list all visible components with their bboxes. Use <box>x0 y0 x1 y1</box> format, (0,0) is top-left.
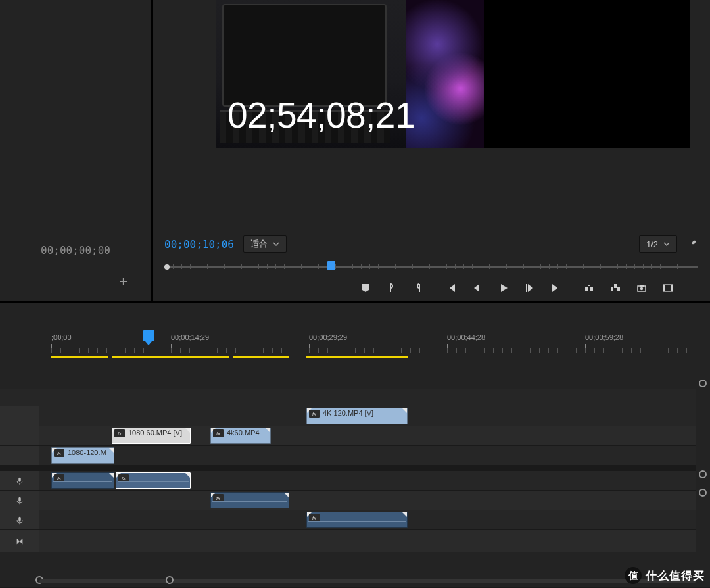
mark-out-icon[interactable] <box>412 282 424 294</box>
svg-rect-9 <box>663 285 665 291</box>
resolution-label: 1/2 <box>646 239 658 249</box>
clip-label: 4K 120.MP4 [V] <box>323 409 373 417</box>
fx-badge-icon: fx <box>213 429 224 437</box>
play-icon[interactable] <box>498 282 509 294</box>
track-header[interactable] <box>0 510 39 529</box>
scroll-handle-right[interactable] <box>166 576 174 584</box>
svg-rect-2 <box>611 287 613 291</box>
chevron-down-icon <box>273 241 279 247</box>
mini-playhead[interactable] <box>327 261 335 270</box>
video-track[interactable]: fx1080-120.M <box>0 445 696 465</box>
svg-rect-0 <box>585 287 588 291</box>
microphone-icon <box>15 496 24 505</box>
track-header[interactable] <box>0 426 39 445</box>
svg-rect-1 <box>590 287 593 291</box>
clip-label: 4k60.MP4 <box>227 429 260 437</box>
work-area-bar[interactable] <box>233 356 289 358</box>
audio-track[interactable]: fx <box>0 490 696 510</box>
ruler-label: 00;00;44;28 <box>447 333 485 341</box>
video-clip[interactable]: fx4k60.MP4 <box>210 428 271 444</box>
watermark: 值 什么值得买 <box>625 567 705 584</box>
add-marker-icon[interactable] <box>360 282 371 294</box>
video-track-resize-handle[interactable] <box>699 380 707 387</box>
comparison-view-icon[interactable] <box>662 282 674 294</box>
go-to-out-icon[interactable] <box>550 282 562 294</box>
audio-clip[interactable]: fx <box>306 512 408 528</box>
clip-label: 1080 60.MP4 [V] <box>128 429 182 437</box>
track-header[interactable] <box>0 406 39 426</box>
svg-rect-4 <box>614 284 617 288</box>
mini-timeline[interactable]: /*ticks generated below via JS*/ <box>164 262 698 272</box>
ruler-label: 00;00;14;29 <box>171 333 209 341</box>
video-clip[interactable]: fx4K 120.MP4 [V] <box>306 408 408 424</box>
mark-in-icon[interactable] <box>386 282 398 294</box>
playback-resolution-select[interactable]: 1/2 <box>639 235 677 253</box>
svg-rect-3 <box>617 287 620 291</box>
track-header[interactable] <box>0 530 39 552</box>
watermark-badge: 值 <box>625 567 642 584</box>
clip-label: 1080-120.M <box>68 449 106 456</box>
svg-point-6 <box>640 287 643 290</box>
program-timecode[interactable]: 00;00;10;06 <box>164 238 234 251</box>
timeline-playhead[interactable] <box>149 332 149 576</box>
video-clip[interactable]: fx1080-120.M <box>51 447 114 464</box>
microphone-icon <box>15 516 24 525</box>
audio-track-resize-handle[interactable] <box>699 489 707 497</box>
track-header[interactable] <box>0 446 39 465</box>
step-forward-icon[interactable] <box>524 282 536 294</box>
video-clip[interactable]: fx1080 60.MP4 [V] <box>112 428 191 444</box>
track-header[interactable] <box>0 471 39 490</box>
program-monitor[interactable]: 02;54;08;21 <box>153 0 710 147</box>
time-ruler[interactable]: ;00;0000;00;14;2900;00;29;2900;00;44;280… <box>39 333 696 356</box>
work-area-bar[interactable] <box>306 356 408 358</box>
fx-badge-icon: fx <box>309 410 320 418</box>
go-to-in-icon[interactable] <box>445 282 457 294</box>
work-area-bar[interactable] <box>51 356 108 358</box>
timeline-horizontal-scrollbar[interactable] <box>39 578 696 585</box>
settings-wrench-icon[interactable] <box>686 238 698 250</box>
fx-badge-icon: fx <box>309 514 320 522</box>
fx-badge-icon: fx <box>213 494 224 502</box>
svg-rect-7 <box>640 285 644 287</box>
source-timecode[interactable]: 00;00;00;00 <box>0 238 151 262</box>
fx-badge-icon: fx <box>114 429 125 437</box>
video-track[interactable]: fx1080 60.MP4 [V]fx4k60.MP4 <box>0 426 696 445</box>
timecode-overlay: 02;54;08;21 <box>227 94 415 136</box>
extract-icon[interactable] <box>609 282 621 294</box>
audio-clip[interactable]: fx <box>51 472 114 489</box>
track-divider-handle[interactable] <box>699 470 707 478</box>
ruler-label: ;00;00 <box>51 333 72 341</box>
audio-track[interactable]: fxfx <box>0 470 696 490</box>
fx-badge-icon: fx <box>54 474 64 482</box>
export-frame-icon[interactable] <box>636 282 648 294</box>
audio-track[interactable]: fx <box>0 510 696 529</box>
step-back-icon[interactable] <box>471 282 483 294</box>
track-header[interactable] <box>0 491 39 510</box>
audio-clip[interactable]: fx <box>116 472 191 489</box>
ruler-label: 00;00;29;29 <box>309 333 347 341</box>
microphone-icon <box>15 476 24 485</box>
watermark-text: 什么值得买 <box>646 568 705 583</box>
audio-clip[interactable]: fx <box>210 492 289 508</box>
zoom-level-label: 适合 <box>250 238 268 250</box>
work-area-bar[interactable] <box>112 356 229 358</box>
video-track[interactable]: fx4K 120.MP4 [V] <box>0 406 696 426</box>
snap-icon <box>15 537 24 546</box>
lift-icon[interactable] <box>583 282 595 294</box>
timeline-panel[interactable]: ;00;0000;00;14;2900;00;29;2900;00;44;280… <box>0 303 710 587</box>
add-marker-button[interactable]: + <box>0 262 151 301</box>
zoom-level-select[interactable]: 适合 <box>243 235 287 253</box>
chevron-down-icon <box>663 241 670 247</box>
svg-rect-10 <box>671 285 673 291</box>
audio-track[interactable] <box>0 529 696 552</box>
fx-badge-icon: fx <box>54 449 64 457</box>
fx-badge-icon: fx <box>118 474 129 482</box>
ruler-label: 00;00;59;28 <box>585 333 623 341</box>
